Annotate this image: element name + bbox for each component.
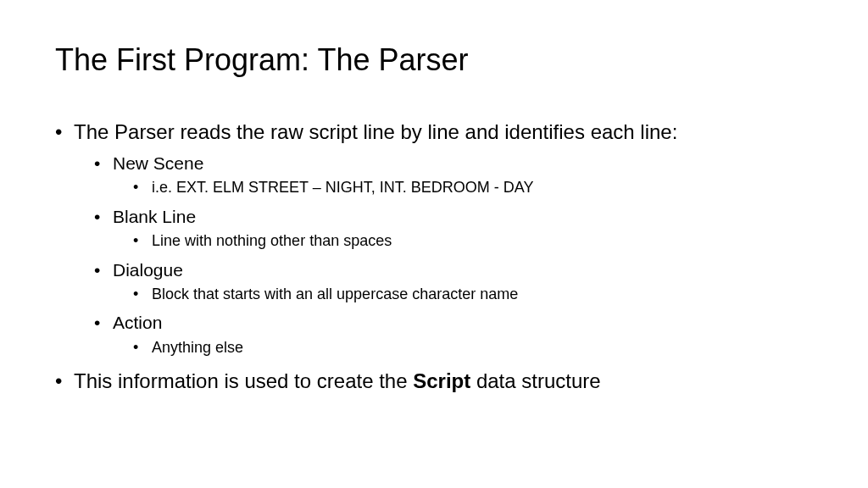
bullet-text: i.e. EXT. ELM STREET – NIGHT, INT. BEDRO… — [152, 179, 533, 196]
bullet-item: Line with nothing other than spaces — [133, 231, 813, 251]
bullet-item: Block that starts with an all uppercase … — [133, 285, 813, 304]
bullet-text: Anything else — [152, 339, 243, 356]
bullet-sublist: i.e. EXT. ELM STREET – NIGHT, INT. BEDRO… — [113, 178, 813, 197]
bullet-item: Blank Line Line with nothing other than … — [94, 205, 813, 252]
bullet-item: Action Anything else — [94, 311, 813, 358]
bullet-text-bold: Script — [413, 369, 470, 392]
bullet-item: This information is used to create the S… — [55, 368, 813, 394]
bullet-text-prefix: This information is used to create the — [74, 369, 413, 392]
bullet-item: The Parser reads the raw script line by … — [55, 119, 813, 358]
bullet-item: i.e. EXT. ELM STREET – NIGHT, INT. BEDRO… — [133, 178, 813, 197]
bullet-sublist: Line with nothing other than spaces — [113, 231, 813, 251]
bullet-text: Blank Line — [113, 207, 196, 226]
bullet-text: Line with nothing other than spaces — [152, 232, 392, 249]
bullet-item: New Scene i.e. EXT. ELM STREET – NIGHT, … — [94, 152, 813, 198]
bullet-list: The Parser reads the raw script line by … — [55, 119, 813, 394]
bullet-text: Block that starts with an all uppercase … — [152, 286, 518, 302]
bullet-text-suffix: data structure — [470, 369, 600, 392]
bullet-text: Dialogue — [113, 260, 183, 280]
bullet-item: Anything else — [133, 338, 813, 358]
bullet-text: The Parser reads the raw script line by … — [74, 120, 677, 143]
bullet-item: Dialogue Block that starts with an all u… — [94, 258, 813, 305]
bullet-text: Action — [113, 313, 162, 332]
bullet-sublist: Block that starts with an all uppercase … — [113, 285, 813, 304]
bullet-text: New Scene — [113, 153, 203, 173]
bullet-sublist: New Scene i.e. EXT. ELM STREET – NIGHT, … — [74, 152, 813, 358]
bullet-sublist: Anything else — [113, 338, 813, 358]
slide-title: The First Program: The Parser — [55, 42, 813, 78]
